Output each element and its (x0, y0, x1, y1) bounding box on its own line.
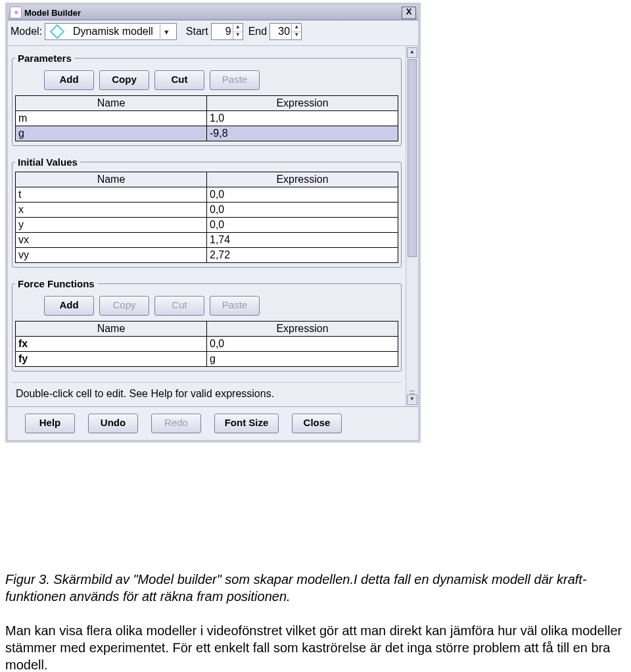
spin-up-icon[interactable]: ▲ (233, 24, 243, 32)
app-icon: ✶ (10, 7, 22, 18)
cell-expr[interactable]: 1,0 (207, 111, 398, 126)
close-icon[interactable]: X (402, 7, 416, 19)
undo-button[interactable]: Undo (88, 414, 138, 433)
copy-button: Copy (99, 296, 149, 316)
redo-button: Redo (151, 414, 201, 433)
figure-caption: Figur 3. Skärmbild av "Model builder" so… (5, 571, 623, 672)
diamond-icon (50, 24, 65, 39)
col-expression: Expression (207, 172, 398, 187)
end-input[interactable] (270, 26, 291, 37)
col-name: Name (16, 96, 207, 111)
table-row[interactable]: g -9,8 (16, 126, 398, 141)
help-text: Double-click cell to edit. See Help for … (12, 382, 402, 402)
scroll-down-icon[interactable]: ▼ (407, 395, 417, 405)
table-row[interactable]: vy2,72 (16, 248, 398, 263)
add-button[interactable]: Add (44, 296, 94, 316)
col-expression: Expression (207, 322, 398, 337)
help-button[interactable]: Help (25, 414, 75, 433)
cut-button: Cut (154, 296, 204, 316)
spin-down-icon[interactable]: ▼ (233, 32, 243, 39)
window-title: Model Builder (24, 8, 402, 18)
chevron-down-icon[interactable]: ▾ (160, 24, 174, 39)
parameters-group: Parameters Add Copy Cut Paste Name Expre… (12, 53, 402, 146)
model-name: Dynamisk modell (68, 26, 158, 37)
model-label: Model: (11, 26, 42, 37)
initial-values-group: Initial Values Name Expression t0,0 x0,0… (12, 156, 402, 268)
force-legend: Force Functions (15, 278, 97, 289)
cell-name[interactable]: g (16, 126, 207, 141)
model-builder-window: ✶ Model Builder X Model: Dynamisk modell… (5, 3, 421, 443)
start-label: Start (186, 26, 208, 37)
end-spinner[interactable]: ▲▼ (269, 23, 302, 40)
footer-bar: Help Undo Redo Font Size Close (8, 406, 418, 440)
end-label: End (248, 26, 267, 37)
title-bar[interactable]: ✶ Model Builder X (8, 5, 418, 20)
force-functions-group: Force Functions Add Copy Cut Paste Name … (12, 278, 402, 372)
parameters-table[interactable]: Name Expression m 1,0 g -9,8 (15, 95, 398, 141)
table-row[interactable]: fx0,0 (16, 337, 398, 352)
col-expression: Expression (207, 96, 398, 111)
col-name: Name (16, 322, 207, 337)
cut-button[interactable]: Cut (154, 70, 204, 90)
table-row[interactable]: vx1,74 (16, 233, 398, 248)
col-name: Name (16, 172, 207, 187)
model-selector[interactable]: Dynamisk modell ▾ (45, 23, 177, 40)
cell-name[interactable]: m (16, 111, 207, 126)
table-row[interactable]: m 1,0 (16, 111, 398, 126)
vertical-scrollbar[interactable]: ▲ ▼ (406, 46, 418, 406)
table-row[interactable]: fyg (16, 352, 398, 367)
scroll-up-icon[interactable]: ▲ (407, 47, 417, 58)
font-size-button[interactable]: Font Size (214, 414, 279, 433)
spin-up-icon[interactable]: ▲ (292, 24, 301, 32)
table-row[interactable]: y0,0 (16, 218, 398, 233)
parameters-legend: Parameters (15, 53, 74, 64)
start-input[interactable] (212, 26, 233, 37)
initial-legend: Initial Values (15, 156, 80, 168)
paste-button: Paste (210, 70, 260, 90)
initial-table[interactable]: Name Expression t0,0 x0,0 y0,0 vx1,74 vy… (15, 172, 398, 263)
add-button[interactable]: Add (44, 70, 94, 90)
table-row[interactable]: t0,0 (16, 187, 398, 203)
cell-expr[interactable]: -9,8 (207, 126, 398, 141)
start-spinner[interactable]: ▲▼ (211, 23, 243, 40)
model-toolbar: Model: Dynamisk modell ▾ Start ▲▼ End ▲▼ (8, 20, 418, 46)
close-button[interactable]: Close (292, 414, 342, 433)
spin-down-icon[interactable]: ▼ (292, 32, 301, 39)
force-table[interactable]: Name Expression fx0,0 fyg (15, 321, 398, 367)
table-row[interactable]: x0,0 (16, 203, 398, 218)
copy-button[interactable]: Copy (99, 70, 149, 90)
paste-button: Paste (210, 296, 260, 316)
